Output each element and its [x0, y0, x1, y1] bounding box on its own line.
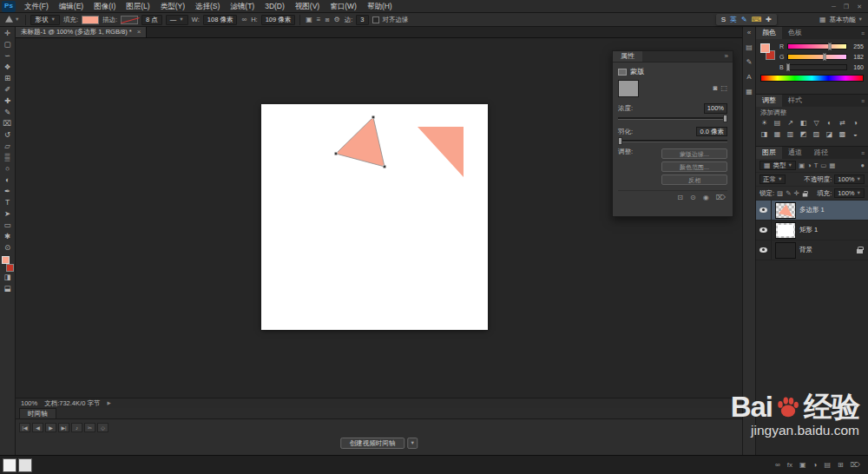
layer-style-icon[interactable]: fx — [787, 462, 792, 469]
sogou-icon[interactable]: ⌨ — [752, 16, 762, 23]
curves-icon[interactable]: ↗ — [784, 118, 797, 129]
eyedropper-tool-icon[interactable]: ✐ — [0, 84, 16, 95]
path-operation-icon[interactable]: ⧈ — [325, 16, 331, 23]
first-frame-button[interactable]: |◀ — [19, 423, 30, 432]
tab-channels[interactable]: 通道 — [782, 147, 808, 159]
menu-item[interactable]: 窗口(W) — [325, 0, 362, 13]
window-control-button[interactable]: ❐ — [844, 3, 849, 10]
layer-thumbnail[interactable] — [775, 222, 796, 239]
sogou-input-bar[interactable]: S英✎⌨✚ — [716, 14, 777, 25]
brush-panel-icon[interactable]: ✎ — [746, 59, 753, 66]
collapse-panel-icon[interactable]: » — [720, 51, 733, 62]
clone-source-panel-icon[interactable]: ▦ — [746, 89, 753, 95]
history-brush-tool-icon[interactable]: ↺ — [0, 129, 16, 141]
stroke-width-field[interactable]: 8 点 — [141, 15, 162, 25]
foreground-color-swatch[interactable] — [760, 43, 770, 53]
menu-item[interactable]: 文件(F) — [19, 0, 54, 13]
density-slider[interactable] — [618, 117, 727, 120]
document-tab[interactable]: 未标题-1 @ 100% (多边形 1, RGB/8) * × — [16, 27, 147, 37]
crop-tool-icon[interactable]: ⊞ — [0, 73, 16, 84]
next-frame-button[interactable]: ▶| — [58, 423, 69, 432]
stroke-swatch[interactable] — [121, 16, 138, 24]
link-layers-icon[interactable]: ∞ — [775, 462, 780, 469]
clone-stamp-tool-icon[interactable]: ⌧ — [0, 118, 16, 129]
zoom-tool-icon[interactable]: ⊙ — [0, 242, 16, 253]
expand-panels-icon[interactable]: « — [747, 30, 751, 36]
layer-row-rectangle-1[interactable]: 矩形 1 — [756, 221, 868, 240]
brightness-contrast-icon[interactable]: ☀ — [758, 118, 771, 129]
menu-item[interactable]: 视图(V) — [290, 0, 325, 13]
lock-option-icon[interactable]: ✎ — [786, 190, 791, 197]
sogou-icon[interactable]: S — [721, 16, 726, 23]
blur-tool-icon[interactable]: ○ — [0, 163, 16, 174]
photo-filter-icon[interactable]: ◨ — [758, 129, 771, 141]
layer-row-background[interactable]: 背景 — [756, 240, 868, 260]
shape-tool-icon[interactable]: ▭ — [0, 220, 16, 231]
filter-smart-objects-icon[interactable]: ▦ — [829, 162, 835, 169]
link-dimensions-icon[interactable]: ∞ — [240, 16, 247, 23]
apply-mask-icon[interactable]: ⊙ — [690, 194, 696, 201]
layer-name[interactable]: 背景 — [799, 247, 812, 253]
add-mask-button[interactable]: ◙ — [713, 85, 718, 92]
fill-swatch[interactable] — [82, 16, 99, 24]
fill-opacity-field[interactable]: 100% ▼ — [834, 188, 865, 198]
black-white-icon[interactable]: ◑ — [849, 118, 862, 129]
channel-value[interactable]: 255 — [850, 43, 864, 49]
tab-swatches[interactable]: 色板 — [782, 27, 808, 39]
posterize-icon[interactable]: ▨ — [810, 129, 823, 141]
screen-mode-icon[interactable]: ⬓ — [0, 283, 16, 294]
zoom-level[interactable]: 100% — [21, 400, 37, 407]
play-button[interactable]: ▶ — [45, 423, 56, 432]
color-panel-swatches[interactable] — [760, 43, 776, 70]
panel-menu-icon[interactable]: ≡ — [858, 147, 868, 159]
split-button[interactable]: ✂ — [84, 423, 95, 432]
menu-item[interactable]: 类型(Y) — [155, 0, 190, 13]
background-color-swatch[interactable] — [6, 264, 14, 272]
channel-mixer-icon[interactable]: ▦ — [771, 129, 784, 141]
menu-item[interactable]: 图像(I) — [89, 0, 121, 13]
frame-thumbnail[interactable] — [18, 458, 32, 472]
new-layer-icon[interactable]: ⊞ — [838, 462, 844, 469]
frame-thumbnail[interactable] — [3, 458, 16, 472]
delete-layer-icon[interactable]: ⌦ — [851, 462, 860, 469]
filter-pixel-layers-icon[interactable]: ▣ — [799, 162, 805, 169]
menu-item[interactable]: 选择(S) — [190, 0, 225, 13]
stroke-style-select[interactable]: — ▼ — [166, 15, 188, 25]
layer-thumbnail[interactable] — [775, 242, 796, 259]
panel-menu-icon[interactable]: ≡ — [858, 27, 868, 39]
tab-styles[interactable]: 样式 — [782, 95, 808, 107]
tab-layers[interactable]: 图层 — [756, 147, 782, 159]
gradient-tool-icon[interactable]: ▒ — [0, 152, 16, 163]
visibility-eye-icon[interactable] — [760, 247, 767, 253]
lock-all-icon[interactable] — [802, 193, 807, 196]
channel-ramp-slider[interactable] — [787, 54, 847, 60]
menu-item[interactable]: 编辑(E) — [54, 0, 89, 13]
channel-ramp-slider[interactable] — [787, 64, 847, 70]
tab-adjustments[interactable]: 调整 — [756, 95, 782, 107]
mask-thumbnail[interactable] — [618, 80, 639, 97]
density-value[interactable]: 100% — [704, 103, 727, 114]
selective-color-icon[interactable]: ◒ — [849, 129, 862, 141]
lasso-tool-icon[interactable]: ∽ — [0, 50, 16, 62]
tab-paths[interactable]: 路径 — [808, 147, 834, 159]
path-operation-icon[interactable]: ▣ — [305, 16, 313, 23]
layer-thumbnail[interactable] — [775, 202, 796, 219]
add-mask-icon[interactable]: ▣ — [799, 462, 806, 469]
tool-mode-select[interactable]: 形状 ▼ — [30, 15, 59, 25]
character-panel-icon[interactable]: A — [746, 74, 751, 81]
panel-menu-icon[interactable]: ≡ — [858, 95, 868, 107]
filter-adjustment-layers-icon[interactable]: ◑ — [807, 162, 812, 169]
sogou-icon[interactable]: ✎ — [741, 16, 747, 23]
menu-item[interactable]: 图层(L) — [121, 0, 155, 13]
lock-option-icon[interactable]: ✛ — [793, 190, 799, 197]
canvas-artwork[interactable] — [261, 104, 488, 330]
filter-toggle-icon[interactable]: ● — [860, 162, 865, 169]
timeline-type-dropdown[interactable]: ▼ — [407, 438, 418, 449]
lock-option-icon[interactable]: ▨ — [777, 190, 783, 197]
eraser-tool-icon[interactable]: ▱ — [0, 141, 16, 152]
visibility-eye-icon[interactable] — [760, 207, 767, 214]
hue-saturation-icon[interactable]: ◐ — [823, 118, 836, 129]
blend-mode-select[interactable]: 正常 ▼ — [760, 174, 786, 184]
feather-value[interactable]: 0.0 像素 — [696, 127, 727, 137]
channel-value[interactable]: 160 — [850, 64, 864, 70]
